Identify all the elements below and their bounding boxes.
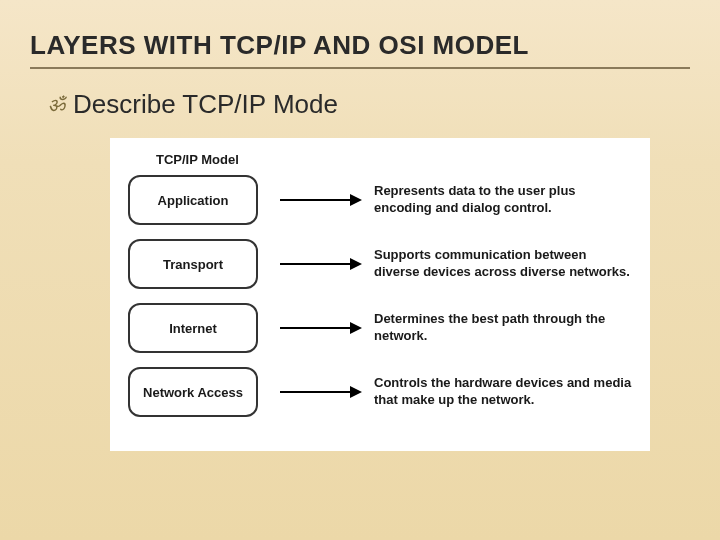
layer-row: Internet Determines the best path throug…: [128, 303, 632, 353]
slide: LAYERS WITH TCP/IP AND OSI MODEL ॐ Descr…: [0, 0, 720, 471]
model-title: TCP/IP Model: [156, 152, 632, 167]
layer-box-transport: Transport: [128, 239, 258, 289]
layer-desc: Supports communication between diverse d…: [374, 247, 632, 281]
layer-desc: Represents data to the user plus encodin…: [374, 183, 632, 217]
layer-desc: Controls the hardware devices and media …: [374, 375, 632, 409]
tcpip-diagram: TCP/IP Model Application Represents data…: [110, 138, 650, 451]
arrow-icon: [280, 327, 360, 329]
slide-title: LAYERS WITH TCP/IP AND OSI MODEL: [30, 30, 690, 69]
layer-box-network-access: Network Access: [128, 367, 258, 417]
layer-row: Application Represents data to the user …: [128, 175, 632, 225]
layer-desc: Determines the best path through the net…: [374, 311, 632, 345]
layer-box-internet: Internet: [128, 303, 258, 353]
layer-box-application: Application: [128, 175, 258, 225]
arrow-icon: [280, 199, 360, 201]
arrow-icon: [280, 263, 360, 265]
bullet-icon: ॐ: [48, 93, 65, 116]
bullet-text: Describe TCP/IP Mode: [73, 89, 338, 120]
arrow-icon: [280, 391, 360, 393]
layer-row: Transport Supports communication between…: [128, 239, 632, 289]
bullet-item: ॐ Describe TCP/IP Mode: [48, 89, 690, 120]
layer-row: Network Access Controls the hardware dev…: [128, 367, 632, 417]
